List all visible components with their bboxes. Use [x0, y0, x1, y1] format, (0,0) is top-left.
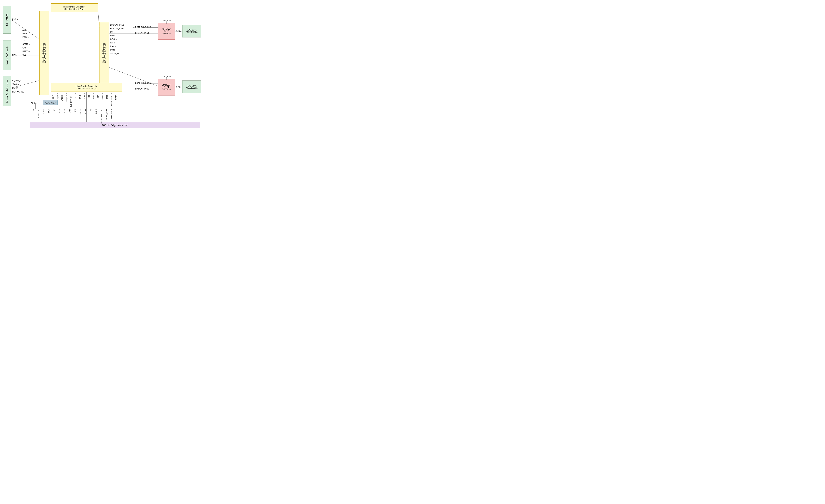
fsib-label: FSIB — [12, 18, 16, 20]
ethercat-phy1-box: EtherCATPHY1DP83826 — [158, 79, 175, 95]
j3-label: High-Density ConnectorQSH-060-01-L-D-A (… — [102, 43, 106, 63]
bottom-spi: SPI ↓ — [53, 108, 55, 124]
bottom-pmic-wake: PMIC_WAKE ↓ — [106, 108, 107, 124]
ethercat-phy0-label: EtherCATPHY0DP83826 — [162, 28, 171, 34]
j1-sig-can: ↕ CAN — [84, 93, 85, 107]
phy0-left-signals: ←ECAT_PHY0_CLK ←EtherCAT_PHY0 — [133, 26, 151, 34]
bottom-pwm: PWM ↓ — [48, 108, 50, 124]
3v3eth-phy0-line: | — [166, 22, 167, 24]
isolated-em-label: isolated Emulation header — [6, 79, 8, 103]
j4-box: High-Density ConnectorQSH-060-01-L-D-A (… — [51, 3, 98, 12]
j1-sig-eqep: ↕ eQEP — [97, 93, 99, 107]
j1-sig-sdfm: ↕ SDFM — [101, 93, 103, 107]
bottom-jtag: JTAG ↓ — [43, 108, 45, 124]
j1-sig-jtag: ↕ JTAG — [79, 93, 81, 107]
txrx-phy1: TX/RX — [176, 86, 181, 88]
3v3eth-phy1-label: 3V3_ETH — [163, 76, 171, 78]
bottom-pmic-safe: PMIC_SAFE_OUT ↓ — [100, 108, 102, 124]
jtag-em-signal: JTAG → — [12, 83, 27, 85]
j2-label: High-Density ConnectorQSH-060-01-L-D-A (… — [42, 43, 46, 63]
j1-sig-vrefhi: ↕ VREFHI — [61, 93, 63, 107]
j1-box: High-Density ConnectorQSH-060-01-L-D-A (… — [51, 83, 122, 92]
j1-sig-gpio: ↕ GPIO — [106, 93, 108, 107]
spia-signal: SPIA → — [12, 54, 19, 56]
3v3eth-phy0-label: 3V3_ETH — [163, 20, 171, 22]
j1-sig-uarta: ↕ UARTA — [115, 93, 117, 107]
svg-line-4 — [98, 8, 99, 28]
uarta-signal: UARTA → — [12, 87, 27, 89]
j4-label: High-Density ConnectorQSH-060-01-L-D-A (… — [64, 6, 85, 10]
fsi-header-label: FSI HEADER — [6, 13, 8, 26]
bottom-gpio: GPIO ↓ — [79, 108, 81, 124]
adc-filter-box: ADC filter — [43, 100, 58, 105]
fsib-signal: FSIB ↔ — [12, 18, 19, 20]
bottom-5v0in: 5V0_IN ↓ — [95, 108, 97, 124]
bottom-adc: ADC ↓ — [32, 108, 34, 124]
rj45-1-label: RJ45 Conn.7498010210A — [186, 85, 198, 89]
adc-to-filter: ADC → — [31, 102, 37, 104]
j1-sig-adc: ↕ ADC — [75, 93, 76, 107]
fsi-header-box: FSI HEADER — [3, 6, 11, 34]
3v3eth-phy1-line: | — [166, 78, 167, 80]
j3-box: High-Density ConnectorQSH-060-01-L-D-A (… — [99, 22, 109, 84]
j1-sig-eeprom: ↕ EEPROM_I2C — [110, 93, 112, 107]
spia-label: SPIA — [12, 54, 16, 56]
bottom-vref: VREF ↓ — [69, 108, 71, 124]
j1-sig-3v3out: ↕ 3V3_OUT — [66, 93, 67, 107]
txrx-phy0: TX/RX — [176, 30, 181, 32]
j2-box: High-Density ConnectorQSH-060-01-L-D-A (… — [39, 11, 49, 95]
bottom-sd: SD ↓ — [59, 108, 60, 124]
eeprom-i2c-signal: EEPROM_I2C ↔ — [12, 91, 27, 93]
fsi-signals: FSIB ↔ — [12, 18, 19, 20]
j3-right-signals: EtherCAT_PHY1→ EtherCAT_PHY0→ I2C→ SPID→… — [110, 24, 127, 55]
phy1-left-signals: ←ECAT_PHY1_CLK ←EtherCAT_PHY1 — [133, 82, 151, 90]
isolated-dac-label: Isolated DAC Header — [6, 46, 8, 65]
j1-sig-i2c: ↕ I2C — [88, 93, 90, 107]
j1-bottom-signals: ↕ SPIA ↕ 5V0_IN ↕ VREFHI ↕ 3V3_OUT ↕ 5V0… — [52, 93, 117, 107]
j1-sig-pwm: ↕ PWM — [92, 93, 94, 107]
fsib-arrow: ↔ — [17, 18, 19, 20]
bottom-can: CAN ↓ — [74, 108, 76, 124]
j1-sig-5v0can: ↕ 5V0_OUT_CAN — [70, 93, 72, 107]
isolated-em-box: isolated Emulation header — [3, 76, 11, 106]
bottom-fsi: FSI ↓ — [90, 108, 92, 124]
ethercat-phy0-box: EtherCATPHY0DP83826 — [158, 23, 175, 40]
bottom-usb: USB ↓ — [85, 108, 86, 124]
j1-label: High-Density ConnectorQSH-060-01-L-D-A (… — [76, 85, 97, 89]
bottom-edge-signals: ADC ↓ 3V3_OUT ↓ JTAG ↓ PWM ↓ SPI ↓ SD ↓ … — [32, 108, 113, 124]
bottom-i2c: I2C ↓ — [64, 108, 66, 124]
io-tgt-v-signal: IO_TGT_V → — [12, 80, 27, 82]
spia-arrow: → — [17, 54, 19, 56]
adc-filter-label: ADC filter — [45, 101, 56, 104]
em-signals: IO_TGT_V → JTAG → UARTA → EEPROM_I2C ↔ — [12, 80, 27, 93]
rj45-0-box: RJ45 Conn.7498010210A — [182, 25, 201, 37]
diagram: FSI HEADER FSIB ↔ Isolated DAC Header SP… — [2, 2, 204, 127]
ethercat-phy1-label: EtherCATPHY1DP83826 — [162, 84, 171, 90]
bottom-3v3out: 3V3_OUT ↓ — [38, 108, 39, 124]
rj45-0-label: RJ45 Conn.7498010210A — [186, 29, 198, 33]
rj45-1-box: RJ45 Conn.7498010210A — [182, 81, 201, 93]
dac-signals: SPIA → — [12, 54, 19, 56]
bottom-pmic-comp: PMIC_COMP ↓ — [111, 108, 113, 124]
isolated-dac-box: Isolated DAC Header — [3, 40, 11, 70]
j2-left-signals: ADC→ PWM→ FSIB→ SPI→ SDFM→ CAN→ UART→ US… — [22, 29, 30, 56]
